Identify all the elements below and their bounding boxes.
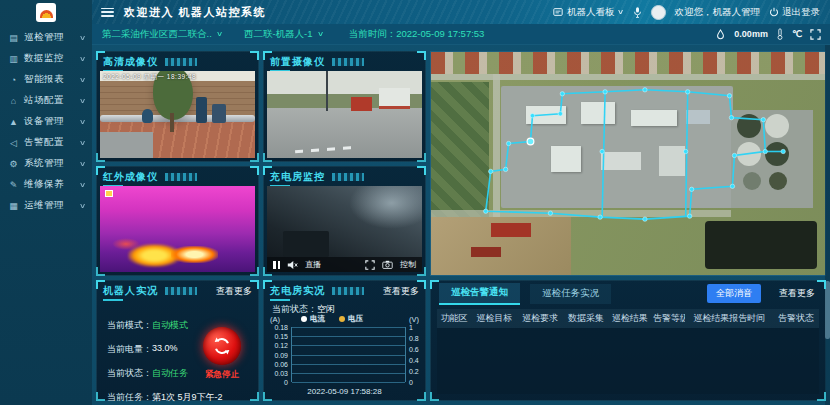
row-label: 当前任务：: [107, 391, 152, 404]
chart-legend: (A) 电流 电压 (V): [268, 314, 421, 324]
sidebar-item-reports[interactable]: 智能报表 ∨: [0, 69, 92, 90]
legend-dot-current: [301, 316, 307, 322]
panel-robot-status: 机器人实况 查看更多 当前模式：自动模式 当前电量：33.0% 当前状态：自动任…: [96, 280, 259, 401]
fullscreen-icon[interactable]: [810, 29, 821, 40]
axis-tick: 0.06: [274, 360, 288, 367]
sidebar-item-system[interactable]: 系统管理 ∨: [0, 153, 92, 174]
scene-walkway: [100, 132, 153, 158]
menu-toggle-icon[interactable]: [101, 8, 114, 17]
sidebar: 巡检管理 ∨ 数据监控 ∨ 智能报表 ∨ 站场配置 ∨ 设备管理 ∨ 告警配置: [0, 0, 92, 405]
row-value: 自动任务: [152, 367, 188, 380]
corner-bracket: [430, 392, 439, 401]
robot-select[interactable]: 西二联-机器人-1 ∨: [244, 28, 323, 41]
chevron-down-icon: ∨: [79, 76, 86, 84]
title-deco-bars: [165, 58, 197, 66]
report-icon: [7, 75, 20, 85]
axis-tick: 0.6: [409, 346, 419, 353]
row-label: 当前状态：: [107, 367, 152, 380]
camera-timestamp: 2022-05-09 星期一 18:39:48: [103, 73, 196, 82]
sidebar-item-label: 维修保养: [24, 178, 80, 191]
axis-tick: 0.12: [274, 342, 288, 349]
emergency-stop-circle[interactable]: [203, 327, 241, 365]
panel-hd-camera: 高清成像仪 2022-05-09 星期一 18:39:48: [96, 51, 259, 162]
scene-red-container: [351, 97, 373, 111]
power-icon: [769, 7, 779, 17]
maintenance-icon: [7, 180, 20, 190]
page-scrollbar: [825, 45, 830, 405]
inspection-icon: [7, 33, 20, 43]
plant-aerial-map[interactable]: [430, 51, 826, 276]
patrol-route-overlay: [431, 52, 825, 276]
scrollbar-thumb[interactable]: [825, 281, 830, 339]
sidebar-item-label: 系统管理: [24, 157, 80, 170]
tab-alarm-notifications[interactable]: 巡检告警通知: [439, 283, 520, 305]
panel-front-camera: 前置摄像仪: [263, 51, 426, 162]
sidebar-item-label: 智能报表: [24, 73, 80, 86]
gridline: [292, 336, 405, 337]
column-header: 告警等级: [651, 312, 685, 325]
sidebar-item-operations[interactable]: 运维管理 ∨: [0, 195, 92, 216]
axis-tick: 0.18: [274, 324, 288, 331]
view-more-link[interactable]: 查看更多: [779, 287, 815, 300]
live-label[interactable]: 直播: [305, 259, 321, 270]
emergency-stop-button[interactable]: 紧急停止: [198, 327, 246, 381]
chevron-down-icon: ∨: [617, 8, 624, 16]
petro-sun-icon: [40, 10, 53, 18]
charge-room-camera-feed: 直播 控制: [267, 186, 422, 272]
scene-light-glare: [349, 186, 422, 229]
mute-all-button[interactable]: 全部消音: [707, 284, 761, 303]
chevron-down-icon: ∨: [79, 55, 86, 63]
current-time: 当前时间：2022-05-09 17:57:53: [349, 28, 485, 41]
pause-button[interactable]: [273, 261, 280, 269]
sidebar-item-station-config[interactable]: 站场配置 ∨: [0, 90, 92, 111]
legend-label: 电流: [310, 314, 325, 324]
scene-building: [379, 88, 410, 109]
corner-bracket: [263, 153, 272, 162]
thermal-hotspot: [112, 238, 140, 250]
legend-item-current[interactable]: 电流: [301, 314, 325, 324]
sidebar-item-inspection[interactable]: 巡检管理 ∨: [0, 27, 92, 48]
microphone-icon[interactable]: [633, 6, 642, 19]
chevron-down-icon: ∨: [79, 34, 86, 42]
chevron-down-icon: ∨: [79, 160, 86, 168]
corner-bracket: [417, 267, 426, 276]
scene-valve: [196, 97, 207, 123]
corner-bracket: [96, 153, 105, 162]
panel-title: 充电房实况: [270, 284, 325, 298]
panel-title: 高清成像仪: [103, 55, 158, 69]
axis-tick: 0.2: [409, 368, 419, 375]
corner-bracket: [96, 267, 105, 276]
board-icon: [553, 7, 563, 17]
data-monitor-icon: [7, 54, 20, 64]
gridline: [292, 364, 405, 365]
ptz-control-label[interactable]: 控制: [400, 259, 416, 270]
sidebar-item-data-monitor[interactable]: 数据监控 ∨: [0, 48, 92, 69]
row-value: 自动模式: [152, 319, 188, 332]
legend-item-voltage[interactable]: 电压: [339, 314, 363, 324]
logout-label: 退出登录: [782, 6, 820, 19]
station-config-icon: [7, 96, 20, 106]
station-select[interactable]: 第二采油作业区西二联合.. ∨: [102, 28, 222, 41]
sidebar-item-maintenance[interactable]: 维修保养 ∨: [0, 174, 92, 195]
logout-button[interactable]: 退出登录: [769, 6, 820, 19]
axis-tick: 0.15: [274, 333, 288, 340]
board-select[interactable]: 机器人看板 ∨: [553, 6, 624, 19]
sidebar-item-device[interactable]: 设备管理 ∨: [0, 111, 92, 132]
chevron-down-icon: ∨: [79, 139, 86, 147]
legend-label: 电压: [348, 314, 363, 324]
video-fullscreen-icon[interactable]: [365, 260, 375, 270]
hd-camera-feed: 2022-05-09 星期一 18:39:48: [100, 71, 255, 158]
gridline: [292, 345, 405, 346]
alarm-table-header: 功能区 巡检目标 巡检要求 数据采集 巡检结果 告警等级 巡检结果报告时间 告警…: [437, 309, 819, 328]
tab-task-live[interactable]: 巡检任务实况: [530, 284, 611, 304]
scene-road: [267, 108, 422, 158]
view-more-link[interactable]: 查看更多: [383, 285, 419, 298]
panel-infrared-camera: 红外成像仪: [96, 166, 259, 276]
view-more-link[interactable]: 查看更多: [216, 285, 252, 298]
status-row-task: 当前任务：第1次 5月9下午-2: [107, 391, 223, 404]
corner-bracket: [417, 280, 426, 289]
sidebar-item-alarm-config[interactable]: 告警配置 ∨: [0, 132, 92, 153]
axis-tick: 0.4: [409, 357, 419, 364]
speaker-muted-icon[interactable]: [287, 260, 298, 270]
snapshot-camera-icon[interactable]: [382, 260, 393, 269]
